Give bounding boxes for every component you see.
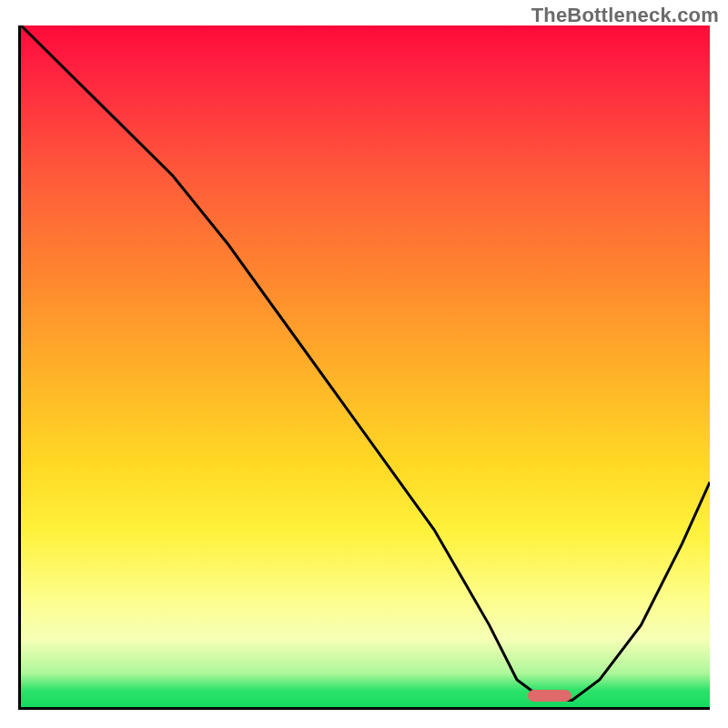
chart-plot-area xyxy=(18,25,710,710)
watermark-text: TheBottleneck.com xyxy=(531,4,719,27)
chart-highlight-marker xyxy=(528,690,571,702)
chart-line-svg xyxy=(21,25,710,707)
bottleneck-curve-path xyxy=(21,25,710,701)
